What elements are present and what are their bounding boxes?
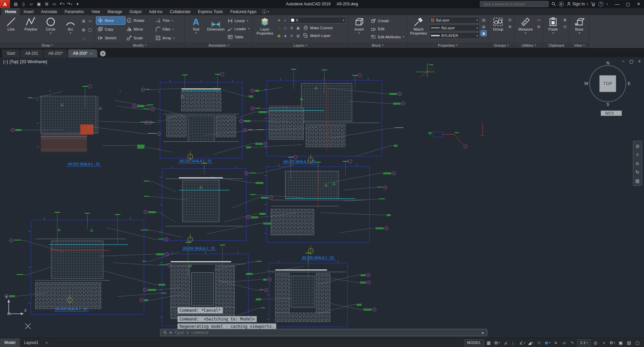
transparency-control-icon[interactable]: ▥ [481, 24, 486, 29]
copy-tool-button[interactable]: Copy [96, 26, 125, 33]
grid-display-icon[interactable]: ▦ [485, 339, 493, 346]
help-icon[interactable]: ? [598, 2, 603, 7]
command-search-icon[interactable] [163, 331, 167, 335]
infer-constraints-icon[interactable]: ⊿ [502, 339, 509, 346]
mirror-tool-button[interactable]: Mirror [125, 26, 154, 33]
file-tab-start[interactable]: Start [2, 49, 20, 57]
layer-on-icon[interactable]: ☀ [276, 17, 282, 23]
text-tool-button[interactable]: Text ▾ [187, 16, 205, 35]
ribbon-tab-home[interactable]: Home [1, 8, 20, 15]
search-input[interactable] [480, 2, 548, 6]
boundary-icon[interactable]: ⬚ [81, 36, 86, 41]
clean-screen-icon[interactable]: ▢ [634, 339, 641, 346]
stretch-tool-button[interactable]: Stretch [96, 34, 125, 42]
layer-prev-icon[interactable]: ▤ [295, 33, 301, 38]
point-icon[interactable]: · [87, 36, 93, 41]
view-control-button[interactable]: [Top] [10, 59, 18, 64]
viewcube-south[interactable]: S [606, 102, 609, 107]
dimension-tool-button[interactable]: Dimension [206, 16, 225, 32]
paste-button[interactable]: Paste ▾ [545, 16, 561, 35]
command-history-toggle-icon[interactable]: ▲ [481, 331, 484, 334]
fillet-tool-button[interactable]: Fillet ▾ [154, 26, 183, 33]
measure-button[interactable]: Measure ▾ [516, 16, 535, 35]
pan-icon[interactable]: ⊹ [634, 151, 641, 158]
close-button[interactable]: × [633, 0, 644, 8]
model-space-canvas[interactable]: A9-201 SKALA 1 : 20A9-202 SKALA 1 : 20A9… [0, 57, 644, 338]
navigation-wheel-icon[interactable]: ◎ [634, 143, 641, 149]
rectangle-icon[interactable]: ▭ [87, 18, 93, 24]
panel-label-block[interactable]: Block▾ [348, 42, 407, 48]
leader-button[interactable]: Leader ▾ [226, 25, 251, 33]
annotation-autoscale-icon[interactable]: + [600, 339, 608, 346]
linear-dimension-button[interactable]: Linear ▾ [226, 17, 251, 25]
object-snap-icon[interactable]: ⊕▾ [544, 339, 551, 346]
trim-tool-button[interactable]: Trim ▾ [154, 17, 183, 25]
panel-label-draw[interactable]: Draw▾ [0, 42, 94, 48]
layout1-tab[interactable]: Layout1 [20, 338, 43, 347]
ribbon-tab-insert[interactable]: Insert [20, 8, 37, 15]
match-properties-button[interactable]: Match Properties [409, 16, 428, 36]
viewcube[interactable]: N S W E TOP [586, 61, 630, 106]
polyline-tool-button[interactable]: Polyline [21, 16, 40, 32]
match-layer-button[interactable]: Match Layer [302, 32, 332, 40]
viewcube-north[interactable]: N [606, 60, 609, 66]
array-tool-button[interactable]: Array ▾ [154, 34, 183, 42]
annotation-scale-button[interactable]: 1:1▾ [577, 339, 591, 346]
cut-icon[interactable]: ⊠ [562, 17, 567, 23]
restore-button[interactable]: ▢ [623, 0, 633, 8]
object-snap-tracking-icon[interactable]: ⊹ [535, 339, 543, 346]
ribbon-tab-parametric[interactable]: Parametric [61, 8, 88, 15]
line-tool-button[interactable]: Line [2, 16, 20, 32]
model-tab[interactable]: Model [0, 338, 20, 347]
rotate-tool-button[interactable]: Rotate [125, 17, 154, 25]
edit-block-button[interactable]: Edit [369, 25, 405, 33]
panel-label-groups[interactable]: Groups▾ [488, 42, 514, 48]
orbit-icon[interactable]: ↻ [634, 169, 641, 175]
wcs-dropdown[interactable]: WCS▾ [601, 111, 622, 116]
graphics-performance-icon[interactable]: ▤ [625, 339, 633, 346]
close-tab-icon[interactable]: ✕ [90, 52, 93, 55]
file-tab-a9-201[interactable]: A9-201 [20, 49, 43, 57]
save-as-icon[interactable]: ⊞ [43, 1, 50, 7]
make-current-button[interactable]: Make Current [302, 24, 334, 32]
arc-tool-button[interactable]: Arc ▾ [61, 16, 80, 35]
list-icon[interactable]: ▦ [481, 31, 486, 36]
layer-dropdown[interactable]: 0 ▾ [289, 17, 346, 24]
layer-walk-icon[interactable]: ▦ [295, 25, 301, 31]
layer-off-icon[interactable]: ◌ [276, 25, 282, 31]
ribbon-tab-manage[interactable]: Manage [104, 8, 126, 15]
help-caret-icon[interactable]: ▾ [606, 3, 608, 6]
sign-in-button[interactable]: Sign In ▾ [566, 2, 588, 6]
scale-tool-button[interactable]: Scale [125, 34, 154, 42]
command-input[interactable] [174, 330, 479, 335]
ribbon-tab-view[interactable]: View [88, 8, 104, 15]
polar-tracking-icon[interactable]: ∠▾ [518, 339, 526, 346]
visual-style-button[interactable]: [2D Wireframe] [20, 59, 47, 64]
drawing-close-button[interactable]: × [638, 59, 641, 64]
group-edit-icon[interactable]: ⊞ [507, 24, 512, 29]
layer-unisolate-icon[interactable]: ◈ [283, 33, 288, 38]
ribbon-tab-output[interactable]: Output [126, 8, 145, 15]
snap-mode-icon[interactable]: ⊞▾ [493, 339, 501, 346]
panel-label-modify[interactable]: Modify▾ [95, 42, 185, 48]
ribbon-tab-annotate[interactable]: Annotate [37, 8, 61, 15]
selection-cycling-icon[interactable]: ↖ [569, 339, 577, 346]
ellipse-icon[interactable]: ◯ [87, 27, 93, 32]
create-block-button[interactable]: Create [369, 17, 405, 25]
open-file-icon[interactable]: ▱ [28, 1, 35, 7]
new-file-icon[interactable]: ▯ [20, 1, 27, 7]
panel-label-properties[interactable]: Properties▾ [407, 42, 488, 48]
ribbon-tab-featured-apps[interactable]: Featured Apps [227, 8, 260, 15]
file-tab-a9-202-[interactable]: A9-202* [44, 49, 67, 57]
cart-icon[interactable] [591, 2, 596, 7]
file-tab-a9-203-[interactable]: A9-203*✕ [68, 49, 97, 57]
quick-select-icon[interactable]: ▭ [536, 17, 541, 23]
plot-icon[interactable]: ▭ [51, 1, 58, 7]
drawing-minimize-button[interactable]: − [622, 59, 625, 64]
viewport-menu-button[interactable]: [−] [3, 59, 8, 64]
viewcube-top-face[interactable]: TOP [599, 75, 616, 92]
edit-attributes-button[interactable]: Edit Attributes ▾ [369, 33, 405, 41]
zoom-icon[interactable]: ⊙ [634, 160, 641, 166]
new-layout-button[interactable]: + [44, 340, 49, 345]
lineweight-dropdown[interactable]: BYLAYER ▾ [429, 32, 480, 39]
